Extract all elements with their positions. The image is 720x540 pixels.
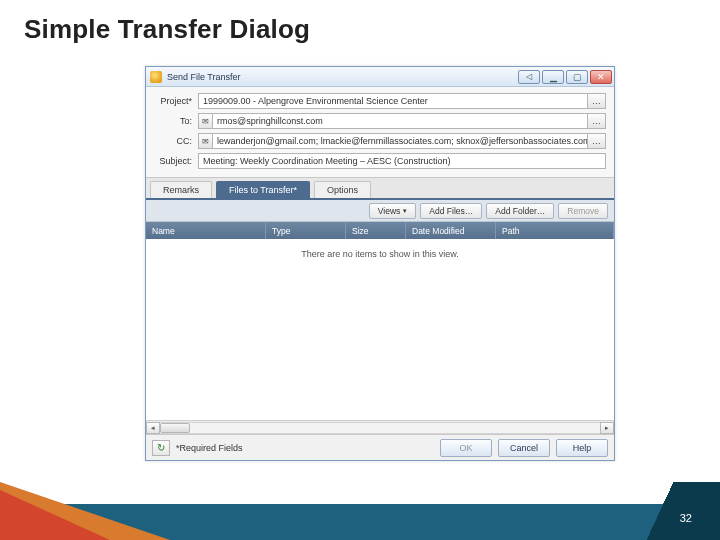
- chevron-down-icon: ▾: [403, 207, 407, 215]
- cc-address-book-icon[interactable]: ✉: [198, 133, 212, 149]
- column-date-modified[interactable]: Date Modified: [406, 222, 496, 239]
- add-folder-button[interactable]: Add Folder…: [486, 203, 554, 219]
- to-label: To:: [154, 116, 198, 126]
- views-button[interactable]: Views ▾: [369, 203, 417, 219]
- project-label: Project*: [154, 96, 198, 106]
- scroll-left-arrow-icon[interactable]: ◂: [146, 422, 160, 434]
- cc-label: CC:: [154, 136, 198, 146]
- scroll-thumb[interactable]: [160, 423, 190, 433]
- horizontal-scrollbar[interactable]: ◂ ▸: [146, 420, 614, 434]
- maximize-button[interactable]: ▢: [566, 70, 588, 84]
- column-size[interactable]: Size: [346, 222, 406, 239]
- subject-field[interactable]: Meeting: Weekly Coordination Meeting – A…: [198, 153, 606, 169]
- project-row: Project* 1999009.00 - Alpengrove Environ…: [154, 93, 606, 109]
- scroll-right-arrow-icon[interactable]: ▸: [600, 422, 614, 434]
- close-button[interactable]: ✕: [590, 70, 612, 84]
- to-address-book-icon[interactable]: ✉: [198, 113, 212, 129]
- tab-bar: Remarks Files to Transfer* Options: [146, 178, 614, 200]
- help-button[interactable]: Help: [556, 439, 608, 457]
- refresh-icon[interactable]: ↻: [152, 440, 170, 456]
- subject-label: Subject:: [154, 156, 198, 166]
- project-field[interactable]: 1999009.00 - Alpengrove Environmental Sc…: [198, 93, 588, 109]
- titlebar: Send File Transfer ◁ ▁ ▢ ✕: [146, 67, 614, 87]
- cc-field[interactable]: lewanderjon@gmail.com; lmackie@fernmilla…: [212, 133, 588, 149]
- window-title: Send File Transfer: [167, 72, 241, 82]
- cancel-button[interactable]: Cancel: [498, 439, 550, 457]
- tab-options[interactable]: Options: [314, 181, 371, 198]
- subject-row: Subject: Meeting: Weekly Coordination Me…: [154, 153, 606, 169]
- scroll-track[interactable]: [160, 422, 600, 434]
- column-name[interactable]: Name: [146, 222, 266, 239]
- slide-title: Simple Transfer Dialog: [24, 14, 310, 45]
- minimize-button[interactable]: ▁: [542, 70, 564, 84]
- tab-files-to-transfer[interactable]: Files to Transfer*: [216, 181, 310, 198]
- to-picker-button[interactable]: …: [588, 113, 606, 129]
- file-toolbar: Views ▾ Add Files… Add Folder… Remove: [146, 200, 614, 222]
- tab-remarks[interactable]: Remarks: [150, 181, 212, 198]
- app-icon: [150, 71, 162, 83]
- to-row: To: ✉ rmos@springhillconst.com …: [154, 113, 606, 129]
- cc-row: CC: ✉ lewanderjon@gmail.com; lmackie@fer…: [154, 133, 606, 149]
- required-fields-note: *Required Fields: [176, 443, 243, 453]
- empty-list-message: There are no items to show in this view.: [146, 239, 614, 259]
- to-field[interactable]: rmos@springhillconst.com: [212, 113, 588, 129]
- views-label: Views: [378, 206, 401, 216]
- dialog-footer: ↻ *Required Fields OK Cancel Help: [146, 434, 614, 460]
- cc-picker-button[interactable]: …: [588, 133, 606, 149]
- send-file-transfer-dialog: Send File Transfer ◁ ▁ ▢ ✕ Project* 1999…: [145, 66, 615, 461]
- column-type[interactable]: Type: [266, 222, 346, 239]
- window-buttons: ◁ ▁ ▢ ✕: [518, 70, 612, 84]
- prev-window-button[interactable]: ◁: [518, 70, 540, 84]
- remove-button[interactable]: Remove: [558, 203, 608, 219]
- add-files-button[interactable]: Add Files…: [420, 203, 482, 219]
- file-list: There are no items to show in this view.: [146, 239, 614, 420]
- ok-button[interactable]: OK: [440, 439, 492, 457]
- column-header-row: Name Type Size Date Modified Path: [146, 222, 614, 239]
- page-number: 32: [680, 512, 692, 524]
- form-area: Project* 1999009.00 - Alpengrove Environ…: [146, 87, 614, 178]
- project-picker-button[interactable]: …: [588, 93, 606, 109]
- slide-decoration: [0, 482, 720, 540]
- column-path[interactable]: Path: [496, 222, 614, 239]
